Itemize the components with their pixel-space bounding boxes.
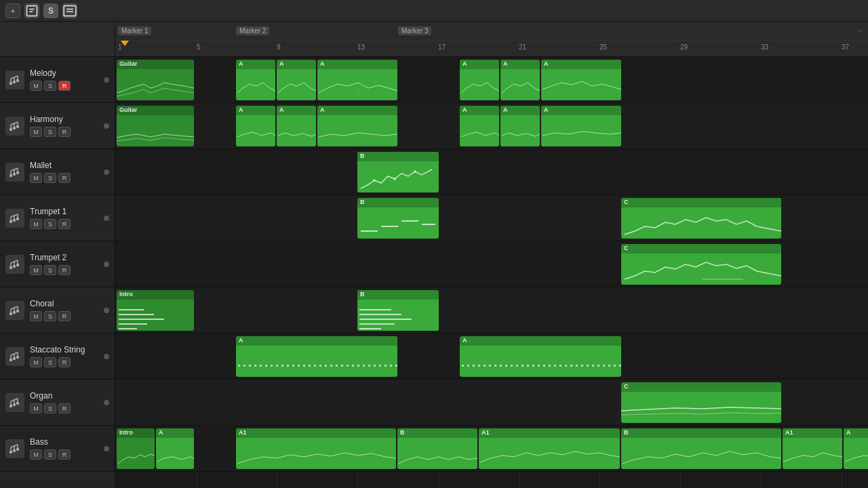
solo-btn-bass[interactable]: S [44,449,56,460]
track-info-choral: Choral M S R [30,299,96,321]
clip-melody-a6[interactable]: A [541,60,621,100]
solo-btn-organ[interactable]: S [44,403,56,413]
solo-btn-melody[interactable]: S [44,81,56,91]
track-icon-trumpet1 [5,209,24,228]
solo-btn-trumpet2[interactable]: S [44,265,56,275]
clip-trumpet2-c[interactable]: C [621,244,781,285]
clip-harmony-a3[interactable]: A [317,106,397,146]
s-button[interactable]: S [43,3,58,18]
mute-btn-choral[interactable]: M [30,311,42,321]
record-btn-trumpet1[interactable]: R [58,219,71,229]
clip-staccato-a1[interactable]: A [236,336,397,377]
clip-staccato-a2[interactable]: A [460,336,621,377]
clip-melody-a3[interactable]: A [317,60,397,100]
track-btns-choral: M S R [30,311,96,321]
solo-btn-staccato[interactable]: S [44,357,56,367]
track-icon-choral [5,301,24,320]
clip-melody-a4[interactable]: A [460,60,499,100]
mute-btn-melody[interactable]: M [30,81,42,91]
solo-btn-choral[interactable]: S [44,311,56,321]
clip-harmony-a5[interactable]: A [500,106,540,146]
solo-btn-mallet[interactable]: S [44,173,56,183]
mute-btn-trumpet1[interactable]: M [30,219,42,229]
clip-mallet-b[interactable]: B [357,152,439,192]
mute-btn-bass[interactable]: M [30,449,42,460]
clip-choral-intro[interactable]: Intro [117,290,194,331]
track-icon-organ [5,393,24,412]
svg-rect-142 [592,365,594,367]
record-btn-staccato[interactable]: R [58,357,71,367]
clip-organ-c[interactable]: C [621,382,781,423]
clip-bass-a1b[interactable]: A1 [479,428,620,469]
svg-rect-120 [473,365,475,367]
clip-bass-b2[interactable]: B [621,428,781,469]
mute-btn-mallet[interactable]: M [30,173,42,183]
svg-point-28 [10,220,12,222]
track-name-harmony: Harmony [30,115,96,124]
clip-melody-a1[interactable]: A [236,60,275,100]
svg-rect-104 [325,365,327,367]
record-btn-mallet[interactable]: R [58,173,71,183]
clip-bass-b[interactable]: B [397,428,477,469]
clip-content [236,69,275,100]
record-btn-organ[interactable]: R [58,403,71,413]
clip-harmony-a2[interactable]: A [277,106,316,146]
solo-btn-harmony[interactable]: S [44,127,56,137]
clip-melody-a5[interactable]: A [500,60,540,100]
clip-melody-guitar[interactable]: Guitar [117,60,194,100]
svg-rect-102 [314,365,316,367]
svg-rect-98 [292,365,294,367]
record-btn-trumpet2[interactable]: R [58,265,71,275]
record-btn-choral[interactable]: R [58,311,71,321]
clip-harmony-a1[interactable]: A [236,106,275,146]
clip-bass-a2[interactable]: A [844,428,868,469]
list-editor-button[interactable] [62,3,77,18]
clip-harmony-guitar[interactable]: Guitar [117,106,194,146]
track-btns-bass: M S R [30,449,96,460]
clip-trumpet1-b[interactable]: B [357,198,439,239]
clip-bass-a1[interactable]: A1 [236,428,396,469]
track-row-trumpet2: C [115,241,868,287]
record-btn-bass[interactable]: R [58,449,71,460]
track-header-trumpet1: Trumpet 1 M S R [0,195,115,241]
clip-bass-a1c[interactable]: A1 [783,428,842,469]
clip-content [117,300,194,331]
clip-harmony-a6[interactable]: A [541,106,621,146]
clip-content [621,253,781,285]
score-editor-button[interactable] [24,3,39,18]
clip-label: A [460,106,499,115]
svg-rect-100 [303,365,305,367]
track-header-staccato: Staccato String M S R [0,333,115,380]
svg-rect-135 [554,365,556,367]
track-btns-harmony: M S R [30,127,96,137]
mute-btn-harmony[interactable]: M [30,127,42,137]
svg-point-9 [14,81,16,83]
svg-point-21 [10,174,12,176]
svg-point-14 [10,128,12,130]
clip-label: A [277,60,316,69]
svg-rect-128 [516,365,518,367]
clip-bass-a[interactable]: A [156,428,194,469]
record-btn-melody[interactable]: R [58,81,71,91]
clip-harmony-a4[interactable]: A [460,106,499,146]
solo-btn-trumpet1[interactable]: S [44,219,56,229]
mute-btn-trumpet2[interactable]: M [30,265,42,275]
svg-point-16 [14,127,16,129]
svg-rect-88 [238,365,240,367]
svg-rect-103 [319,365,321,367]
clip-label: A1 [479,428,620,438]
clip-bass-intro[interactable]: Intro [117,428,155,469]
clip-label: B [621,428,781,438]
clip-melody-a2[interactable]: A [277,60,316,100]
clip-label: Guitar [117,60,194,69]
svg-point-35 [10,266,12,268]
add-track-button[interactable]: + [5,3,20,18]
record-btn-harmony[interactable]: R [58,127,71,137]
clip-label: A [236,60,275,69]
track-icon-trumpet2 [5,255,24,274]
svg-rect-140 [581,365,583,367]
mute-btn-staccato[interactable]: M [30,357,42,367]
clip-trumpet1-c[interactable]: C [621,198,781,239]
clip-choral-b[interactable]: B [357,290,439,331]
mute-btn-organ[interactable]: M [30,403,42,413]
